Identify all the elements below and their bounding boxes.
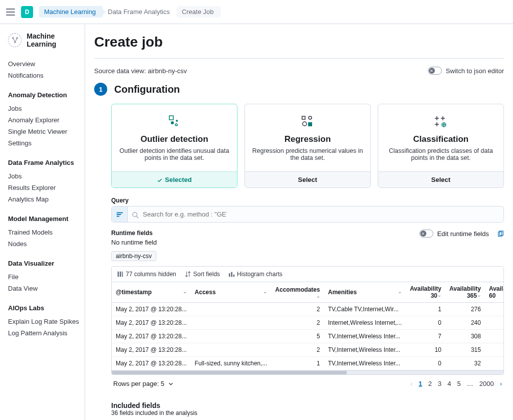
query-label: Query bbox=[111, 197, 504, 204]
histogram-charts-button[interactable]: Histogram charts bbox=[228, 271, 283, 278]
json-editor-toggle[interactable]: ✕ bbox=[428, 67, 442, 75]
svg-rect-23 bbox=[233, 275, 235, 277]
page-2[interactable]: 2 bbox=[428, 380, 432, 387]
page-4[interactable]: 4 bbox=[447, 380, 451, 387]
svg-rect-22 bbox=[231, 272, 232, 277]
sidebar-item-log-pattern-analysis[interactable]: Log Pattern Analysis bbox=[8, 327, 85, 339]
user-avatar-badge[interactable]: D bbox=[21, 6, 33, 18]
col-timestamp[interactable]: @timestamp⌄ bbox=[112, 282, 191, 303]
edit-runtime-toggle[interactable]: ✕ bbox=[419, 230, 433, 238]
svg-point-4 bbox=[171, 121, 174, 124]
prev-page-button[interactable]: ‹ bbox=[410, 380, 412, 387]
sidebar-title: Machine Learning bbox=[27, 32, 85, 48]
columns-hidden-button[interactable]: 77 columns hidden bbox=[117, 271, 176, 278]
table-row[interactable]: May 2, 2017 @ 13:20:28...2TV,Internet,Wi… bbox=[112, 343, 504, 357]
table-row[interactable]: May 2, 2017 @ 13:20:28...5TV,Internet,Wi… bbox=[112, 330, 504, 343]
svg-rect-19 bbox=[120, 272, 121, 277]
card-title: Regression bbox=[252, 134, 363, 144]
svg-rect-13 bbox=[116, 214, 121, 215]
sidebar-item-results-explorer[interactable]: Results Explorer bbox=[8, 182, 85, 193]
svg-rect-14 bbox=[116, 216, 119, 217]
col-accommodates[interactable]: Accommodates⌄ bbox=[271, 282, 324, 303]
svg-rect-10 bbox=[308, 122, 312, 126]
runtime-label: Runtime fields bbox=[111, 230, 157, 237]
page-3[interactable]: 3 bbox=[438, 380, 441, 387]
horizontal-scrollbar[interactable] bbox=[112, 371, 347, 374]
included-fields-title: Included fields bbox=[111, 401, 504, 409]
sidebar-group-model-management: Model Management bbox=[8, 215, 85, 223]
source-data-view-label: Source data view: airbnb-ny-csv bbox=[94, 67, 187, 75]
step-number-badge: 1 bbox=[94, 83, 107, 96]
page-1[interactable]: 1 bbox=[419, 380, 422, 387]
svg-point-8 bbox=[309, 116, 312, 119]
card-classification[interactable]: Classification Classification predicts c… bbox=[378, 104, 504, 188]
card-footer-selected: Selected bbox=[112, 171, 237, 187]
edit-runtime-label: Edit runtime fields bbox=[437, 230, 489, 238]
nav-toggle-button[interactable] bbox=[6, 9, 15, 16]
sidebar-group-data-visualizer: Data Visualizer bbox=[8, 260, 85, 267]
runtime-text: No runtime field bbox=[111, 239, 157, 246]
page-5[interactable]: 5 bbox=[457, 380, 461, 387]
next-page-button[interactable]: › bbox=[500, 380, 502, 387]
col-availability-30[interactable]: Availability 30⌄ bbox=[406, 282, 445, 303]
sidebar-item-single-metric-viewer[interactable]: Single Metric Viewer bbox=[8, 126, 85, 137]
regression-icon bbox=[252, 114, 363, 129]
sidebar-item-file[interactable]: File bbox=[8, 271, 85, 283]
table-row[interactable]: May 2, 2017 @ 13:20:28...2TV,Cable TV,In… bbox=[112, 303, 504, 316]
card-outlier-detection[interactable]: Outlier detection Outlier detection iden… bbox=[111, 104, 237, 188]
sidebar-item-explain-log-rate-spikes[interactable]: Explain Log Rate Spikes bbox=[8, 316, 85, 327]
main-content: Create job Source data view: airbnb-ny-c… bbox=[85, 24, 513, 420]
included-fields-subtitle: 36 fields included in the analysis bbox=[111, 409, 504, 416]
breadcrumb-create-job: Create Job bbox=[177, 6, 221, 18]
kql-icon[interactable] bbox=[112, 206, 128, 222]
sidebar-item-jobs-2[interactable]: Jobs bbox=[8, 170, 85, 182]
sidebar: Machine Learning Overview Notifications … bbox=[0, 24, 85, 420]
col-amenities[interactable]: Amenities⌄ bbox=[324, 282, 406, 303]
sidebar-group-anomaly-detection: Anomaly Detection bbox=[8, 91, 85, 99]
svg-point-6 bbox=[175, 124, 177, 126]
sidebar-item-settings[interactable]: Settings bbox=[8, 137, 85, 149]
sort-fields-button[interactable]: Sort fields bbox=[184, 271, 220, 278]
svg-rect-7 bbox=[302, 116, 305, 119]
data-preview-table: 77 columns hidden Sort fields Histogram … bbox=[111, 266, 504, 375]
topbar: D Machine Learning Data Frame Analytics … bbox=[0, 0, 513, 24]
sidebar-item-overview[interactable]: Overview bbox=[8, 58, 85, 70]
svg-rect-20 bbox=[122, 272, 123, 277]
svg-rect-21 bbox=[229, 273, 230, 277]
page-last[interactable]: 2000 bbox=[479, 380, 494, 387]
query-input[interactable] bbox=[128, 206, 232, 222]
svg-point-2 bbox=[14, 42, 16, 43]
table-row[interactable]: May 2, 2017 @ 13:20:28...Full-sized, sun… bbox=[112, 357, 504, 370]
breadcrumb-data-frame-analytics[interactable]: Data Frame Analytics bbox=[103, 6, 177, 18]
sidebar-item-nodes[interactable]: Nodes bbox=[8, 238, 85, 250]
card-title: Classification bbox=[385, 134, 496, 144]
col-availability-60[interactable]: Availability 60 bbox=[485, 282, 504, 303]
card-regression[interactable]: Regression Regression predicts numerical… bbox=[244, 104, 371, 188]
ml-logo-icon bbox=[8, 33, 22, 47]
data-view-tag[interactable]: airbnb-ny-csv bbox=[111, 251, 156, 261]
card-footer-select[interactable]: Select bbox=[245, 171, 370, 187]
sidebar-item-data-view[interactable]: Data View bbox=[8, 283, 85, 294]
breadcrumb: Machine Learning Data Frame Analytics Cr… bbox=[39, 6, 221, 18]
card-footer-select[interactable]: Select bbox=[378, 171, 503, 187]
card-title: Outlier detection bbox=[119, 134, 230, 144]
copy-icon[interactable] bbox=[497, 230, 504, 238]
rows-per-page-select[interactable]: Rows per page: 5 bbox=[113, 380, 174, 387]
sidebar-item-notifications[interactable]: Notifications bbox=[8, 70, 85, 81]
breadcrumb-machine-learning[interactable]: Machine Learning bbox=[39, 6, 103, 18]
svg-rect-12 bbox=[116, 212, 122, 213]
sidebar-item-analytics-map[interactable]: Analytics Map bbox=[8, 193, 85, 205]
svg-point-5 bbox=[176, 120, 178, 122]
col-availability-365[interactable]: Availability 365⌄ bbox=[445, 282, 485, 303]
card-desc: Classification predicts classes of data … bbox=[385, 147, 496, 161]
svg-point-1 bbox=[16, 38, 18, 39]
sidebar-item-trained-models[interactable]: Trained Models bbox=[8, 227, 85, 238]
col-access[interactable]: Access⌄ bbox=[191, 282, 272, 303]
table-row[interactable]: May 2, 2017 @ 13:20:28...2Internet,Wirel… bbox=[112, 316, 504, 330]
page-ellipsis: … bbox=[467, 380, 473, 387]
sidebar-item-anomaly-explorer[interactable]: Anomaly Explorer bbox=[8, 114, 85, 126]
sidebar-group-data-frame-analytics: Data Frame Analytics bbox=[8, 159, 85, 166]
sidebar-item-jobs-1[interactable]: Jobs bbox=[8, 103, 85, 114]
svg-rect-18 bbox=[118, 272, 119, 277]
step-title: Configuration bbox=[114, 84, 180, 95]
